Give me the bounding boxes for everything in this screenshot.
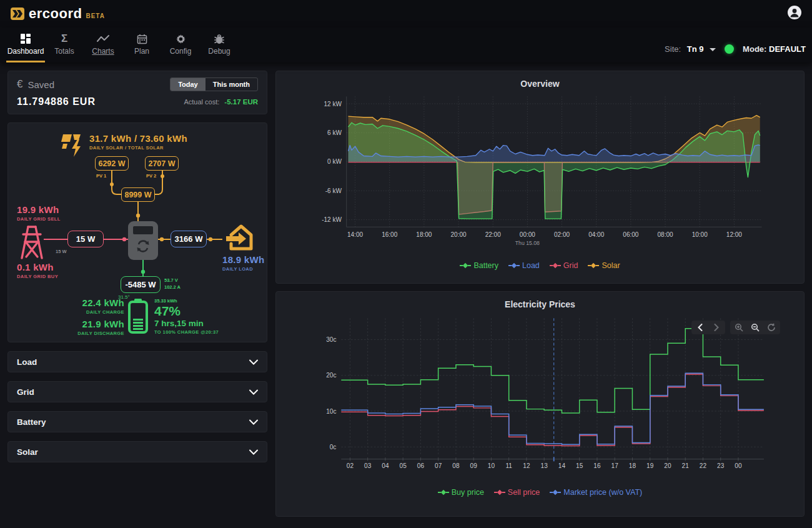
logo[interactable]: ercoord BETA — [10, 6, 105, 22]
grid-buy-value: 0.1 kWh — [17, 262, 58, 272]
pv2-label: PV 2 — [146, 173, 156, 179]
svg-text:02:00: 02:00 — [554, 231, 570, 238]
accordion-grid-label: Grid — [17, 387, 34, 397]
solar-daily-total-label: DAILY SOLAR / TOTAL SOLAR — [89, 145, 187, 151]
user-avatar-icon[interactable] — [787, 5, 802, 20]
chevron-down-icon — [249, 416, 258, 427]
pv2-power-box: 2707 W — [145, 156, 179, 171]
svg-text:6 kW: 6 kW — [327, 129, 342, 136]
battery-soc: 47% — [154, 304, 219, 319]
solar-panel-icon — [61, 132, 86, 161]
battery-daily-charge: 22.4 kWh — [44, 297, 124, 308]
pv1-label: PV 1 — [96, 173, 106, 179]
grid-sell-value: 19.9 kWh — [17, 204, 61, 215]
svg-text:07: 07 — [435, 462, 442, 469]
svg-text:18: 18 — [629, 462, 636, 469]
inverter-icon — [128, 221, 158, 260]
svg-text:14:00: 14:00 — [347, 231, 363, 238]
battery-voltage: 53.7 V — [164, 277, 178, 283]
battery-time-to-full-label: TO 100% CHARGE @20:37 — [154, 329, 219, 335]
dashboard-icon — [20, 32, 31, 45]
svg-text:22:00: 22:00 — [485, 231, 501, 238]
svg-text:10c: 10c — [326, 408, 336, 415]
battery-time-to-full: 7 hrs,15 min — [154, 319, 219, 328]
tab-plan[interactable]: Plan — [122, 29, 161, 62]
mode-label: Mode: — [743, 44, 766, 54]
battery-capacity: 35.33 kWh — [154, 298, 219, 304]
prices-chart[interactable]: 0203040506070809101112131415161718192021… — [282, 311, 798, 484]
chevron-down-icon — [249, 356, 258, 367]
svg-text:13: 13 — [541, 462, 548, 469]
tab-plan-label: Plan — [134, 47, 149, 56]
svg-text:11: 11 — [505, 462, 512, 469]
tab-totals[interactable]: Σ Totals — [45, 29, 84, 62]
svg-text:19: 19 — [646, 462, 654, 469]
battery-daily-charge-label: DAILY CHARGE — [44, 309, 124, 315]
legend-item[interactable]: Load — [508, 261, 540, 270]
gear-icon — [176, 32, 186, 45]
svg-text:09: 09 — [470, 462, 478, 469]
overview-panel: Overview 14:0016:0018:0020:0022:0000:000… — [275, 71, 805, 284]
svg-text:18:00: 18:00 — [416, 231, 432, 238]
tab-charts[interactable]: Charts — [84, 29, 122, 62]
solar-total-power-box: 8999 W — [121, 187, 155, 202]
svg-text:12: 12 — [523, 462, 530, 469]
saved-card: € Saved Today This month 11.794886 EUR A… — [7, 71, 267, 114]
accordion-battery[interactable]: Battery — [7, 411, 267, 432]
grid-power-box: 15 W — [67, 231, 104, 247]
svg-text:0c: 0c — [330, 444, 337, 451]
tab-totals-label: Totals — [54, 47, 74, 56]
legend-item[interactable]: Solar — [588, 261, 620, 270]
svg-text:22: 22 — [700, 462, 707, 469]
accordion-solar[interactable]: Solar — [7, 441, 267, 462]
top-header: ercoord BETA — [0, 0, 812, 27]
svg-text:12:00: 12:00 — [726, 231, 742, 238]
pan-right-button[interactable] — [711, 322, 721, 332]
legend-item[interactable]: Grid — [550, 261, 578, 270]
tab-dashboard[interactable]: Dashboard — [6, 29, 45, 62]
reset-zoom-icon[interactable] — [766, 322, 776, 332]
accordion-grid[interactable]: Grid — [7, 381, 267, 402]
svg-text:20: 20 — [664, 462, 671, 469]
svg-text:14: 14 — [558, 462, 566, 469]
grid-power-small-label: 15 W — [56, 249, 67, 254]
app-title: ercoord — [29, 6, 82, 22]
svg-text:16: 16 — [593, 462, 601, 469]
grid-tower-icon — [18, 222, 46, 262]
battery-daily-discharge: 21.9 kWh — [44, 319, 124, 329]
grid-sell-label: DAILY GRID SELL — [17, 216, 61, 222]
actual-cost-label: Actual cost: — [184, 98, 219, 106]
svg-text:10:00: 10:00 — [692, 231, 708, 238]
legend-item[interactable]: Market price (w/o VAT) — [550, 488, 642, 497]
legend-item[interactable]: Buy price — [438, 488, 484, 497]
chevron-down-icon — [249, 386, 258, 397]
svg-text:04:00: 04:00 — [588, 231, 604, 238]
chevron-down-icon — [710, 48, 716, 51]
site-selector[interactable]: Site: Tn 9 — [665, 44, 716, 54]
euro-icon: € — [17, 78, 22, 91]
legend-item[interactable]: Battery — [460, 261, 498, 270]
chevron-down-icon — [249, 446, 258, 457]
prices-title: Electricity Prices — [282, 297, 798, 311]
tab-debug-label: Debug — [208, 47, 230, 56]
legend-item[interactable]: Sell price — [494, 488, 540, 497]
svg-text:08: 08 — [452, 462, 460, 469]
svg-text:04: 04 — [382, 462, 389, 469]
tab-config[interactable]: Config — [161, 29, 200, 62]
accordion-load-label: Load — [17, 357, 37, 367]
accordion-load[interactable]: Load — [7, 351, 267, 372]
tab-debug[interactable]: Debug — [200, 29, 239, 62]
zoom-out-icon[interactable] — [750, 322, 760, 332]
saved-amount: 11.794886 EUR — [17, 96, 96, 107]
overview-chart[interactable]: 14:0016:0018:0020:0022:0000:0002:0004:00… — [282, 90, 798, 257]
svg-text:00: 00 — [735, 462, 742, 469]
svg-text:08:00: 08:00 — [658, 231, 673, 238]
svg-text:05: 05 — [400, 462, 407, 469]
toggle-today-button[interactable]: Today — [171, 78, 205, 91]
toggle-month-button[interactable]: This month — [205, 78, 257, 91]
zoom-in-icon[interactable] — [734, 322, 744, 332]
pan-left-button[interactable] — [695, 322, 705, 332]
tab-charts-label: Charts — [92, 47, 114, 56]
svg-text:15: 15 — [576, 462, 583, 469]
svg-text:20:00: 20:00 — [451, 231, 467, 238]
